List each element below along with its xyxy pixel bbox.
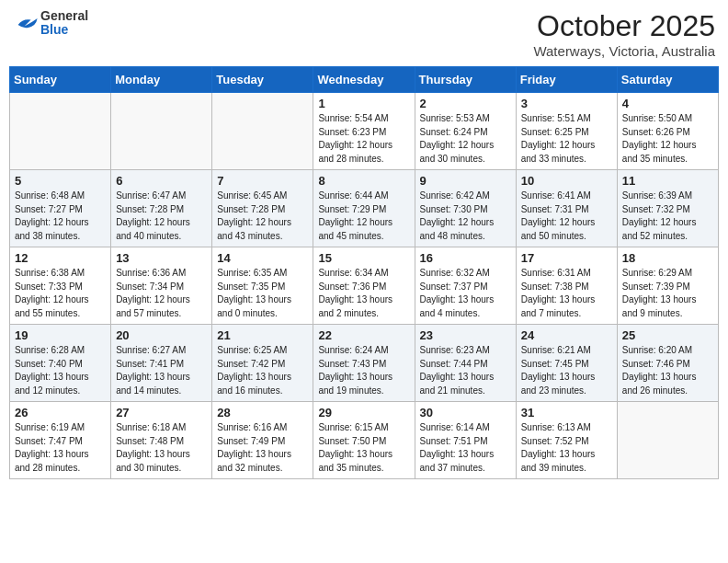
day-info: Sunrise: 6:34 AM Sunset: 7:36 PM Dayligh… bbox=[318, 267, 409, 320]
location: Waterways, Victoria, Australia bbox=[533, 43, 715, 59]
day-cell: 18Sunrise: 6:29 AM Sunset: 7:39 PM Dayli… bbox=[617, 247, 718, 325]
logo-text: General Blue bbox=[40, 9, 88, 38]
day-info: Sunrise: 5:53 AM Sunset: 6:24 PM Dayligh… bbox=[420, 112, 511, 166]
weekday-header-saturday: Saturday bbox=[617, 67, 718, 93]
day-info: Sunrise: 6:39 AM Sunset: 7:32 PM Dayligh… bbox=[622, 190, 713, 243]
day-cell: 7Sunrise: 6:45 AM Sunset: 7:28 PM Daylig… bbox=[212, 170, 313, 247]
day-cell: 13Sunrise: 6:36 AM Sunset: 7:34 PM Dayli… bbox=[111, 247, 212, 325]
day-number: 21 bbox=[217, 328, 308, 342]
day-info: Sunrise: 6:14 AM Sunset: 7:51 PM Dayligh… bbox=[420, 421, 511, 475]
day-info: Sunrise: 6:13 AM Sunset: 7:52 PM Dayligh… bbox=[521, 421, 612, 475]
day-cell bbox=[617, 402, 718, 479]
month-title: October 2025 bbox=[533, 9, 715, 43]
day-info: Sunrise: 6:41 AM Sunset: 7:31 PM Dayligh… bbox=[521, 190, 612, 243]
day-cell: 27Sunrise: 6:18 AM Sunset: 7:48 PM Dayli… bbox=[111, 402, 212, 479]
day-number: 11 bbox=[622, 174, 713, 188]
day-info: Sunrise: 6:15 AM Sunset: 7:50 PM Dayligh… bbox=[318, 421, 409, 475]
title-block: October 2025 Waterways, Victoria, Austra… bbox=[533, 9, 715, 59]
weekday-header-tuesday: Tuesday bbox=[212, 67, 313, 93]
day-info: Sunrise: 6:38 AM Sunset: 7:33 PM Dayligh… bbox=[15, 267, 106, 320]
day-info: Sunrise: 6:21 AM Sunset: 7:45 PM Dayligh… bbox=[521, 344, 612, 397]
day-number: 31 bbox=[521, 406, 612, 419]
day-cell bbox=[111, 93, 212, 170]
day-cell: 20Sunrise: 6:27 AM Sunset: 7:41 PM Dayli… bbox=[111, 325, 212, 402]
day-info: Sunrise: 6:28 AM Sunset: 7:40 PM Dayligh… bbox=[15, 344, 106, 397]
day-cell: 24Sunrise: 6:21 AM Sunset: 7:45 PM Dayli… bbox=[516, 325, 617, 402]
week-row-5: 26Sunrise: 6:19 AM Sunset: 7:47 PM Dayli… bbox=[10, 402, 719, 479]
day-info: Sunrise: 6:42 AM Sunset: 7:30 PM Dayligh… bbox=[420, 190, 511, 243]
day-number: 30 bbox=[420, 406, 511, 419]
logo-blue: Blue bbox=[40, 23, 88, 37]
logo-bird-icon bbox=[13, 13, 39, 33]
day-info: Sunrise: 6:31 AM Sunset: 7:38 PM Dayligh… bbox=[521, 267, 612, 320]
day-number: 1 bbox=[318, 97, 409, 110]
day-cell: 23Sunrise: 6:23 AM Sunset: 7:44 PM Dayli… bbox=[415, 325, 516, 402]
day-cell: 19Sunrise: 6:28 AM Sunset: 7:40 PM Dayli… bbox=[10, 325, 111, 402]
day-number: 7 bbox=[217, 174, 308, 188]
day-number: 2 bbox=[420, 97, 511, 110]
weekday-header-friday: Friday bbox=[516, 67, 617, 93]
day-info: Sunrise: 6:18 AM Sunset: 7:48 PM Dayligh… bbox=[116, 421, 207, 475]
day-cell: 12Sunrise: 6:38 AM Sunset: 7:33 PM Dayli… bbox=[10, 247, 111, 325]
week-row-3: 12Sunrise: 6:38 AM Sunset: 7:33 PM Dayli… bbox=[10, 247, 719, 325]
day-cell: 15Sunrise: 6:34 AM Sunset: 7:36 PM Dayli… bbox=[313, 247, 415, 325]
day-info: Sunrise: 6:32 AM Sunset: 7:37 PM Dayligh… bbox=[420, 267, 511, 320]
page-header: General Blue October 2025 Waterways, Vic… bbox=[9, 9, 719, 59]
logo: General Blue bbox=[13, 9, 88, 38]
weekday-header-monday: Monday bbox=[111, 67, 212, 93]
weekday-header-thursday: Thursday bbox=[415, 67, 516, 93]
day-number: 20 bbox=[116, 328, 207, 342]
day-number: 4 bbox=[622, 97, 713, 110]
day-info: Sunrise: 6:47 AM Sunset: 7:28 PM Dayligh… bbox=[116, 190, 207, 243]
day-info: Sunrise: 6:20 AM Sunset: 7:46 PM Dayligh… bbox=[622, 344, 713, 397]
day-cell: 28Sunrise: 6:16 AM Sunset: 7:49 PM Dayli… bbox=[212, 402, 313, 479]
day-info: Sunrise: 6:48 AM Sunset: 7:27 PM Dayligh… bbox=[15, 190, 106, 243]
day-number: 6 bbox=[116, 174, 207, 188]
day-number: 5 bbox=[15, 174, 106, 188]
day-cell bbox=[212, 93, 313, 170]
weekday-header-row: SundayMondayTuesdayWednesdayThursdayFrid… bbox=[10, 67, 719, 93]
day-cell: 8Sunrise: 6:44 AM Sunset: 7:29 PM Daylig… bbox=[313, 170, 415, 247]
day-number: 15 bbox=[318, 251, 409, 265]
day-info: Sunrise: 6:24 AM Sunset: 7:43 PM Dayligh… bbox=[318, 344, 409, 397]
day-number: 22 bbox=[318, 328, 409, 342]
day-number: 28 bbox=[217, 406, 308, 419]
day-info: Sunrise: 6:27 AM Sunset: 7:41 PM Dayligh… bbox=[116, 344, 207, 397]
day-info: Sunrise: 6:36 AM Sunset: 7:34 PM Dayligh… bbox=[116, 267, 207, 320]
day-number: 19 bbox=[15, 328, 106, 342]
weekday-header-wednesday: Wednesday bbox=[313, 67, 415, 93]
day-cell: 6Sunrise: 6:47 AM Sunset: 7:28 PM Daylig… bbox=[111, 170, 212, 247]
day-cell: 1Sunrise: 5:54 AM Sunset: 6:23 PM Daylig… bbox=[313, 93, 415, 170]
day-info: Sunrise: 6:25 AM Sunset: 7:42 PM Dayligh… bbox=[217, 344, 308, 397]
day-number: 29 bbox=[318, 406, 409, 419]
day-info: Sunrise: 6:29 AM Sunset: 7:39 PM Dayligh… bbox=[622, 267, 713, 320]
day-number: 9 bbox=[420, 174, 511, 188]
logo-general: General bbox=[40, 9, 88, 23]
day-number: 14 bbox=[217, 251, 308, 265]
day-info: Sunrise: 6:23 AM Sunset: 7:44 PM Dayligh… bbox=[420, 344, 511, 397]
day-number: 26 bbox=[15, 406, 106, 419]
day-info: Sunrise: 5:51 AM Sunset: 6:25 PM Dayligh… bbox=[521, 112, 612, 166]
day-info: Sunrise: 6:35 AM Sunset: 7:35 PM Dayligh… bbox=[217, 267, 308, 320]
day-info: Sunrise: 5:50 AM Sunset: 6:26 PM Dayligh… bbox=[622, 112, 713, 166]
weekday-header-sunday: Sunday bbox=[10, 67, 111, 93]
day-cell: 4Sunrise: 5:50 AM Sunset: 6:26 PM Daylig… bbox=[617, 93, 718, 170]
day-info: Sunrise: 6:44 AM Sunset: 7:29 PM Dayligh… bbox=[318, 190, 409, 243]
day-cell bbox=[10, 93, 111, 170]
day-cell: 26Sunrise: 6:19 AM Sunset: 7:47 PM Dayli… bbox=[10, 402, 111, 479]
day-number: 24 bbox=[521, 328, 612, 342]
day-cell: 22Sunrise: 6:24 AM Sunset: 7:43 PM Dayli… bbox=[313, 325, 415, 402]
day-cell: 11Sunrise: 6:39 AM Sunset: 7:32 PM Dayli… bbox=[617, 170, 718, 247]
day-cell: 5Sunrise: 6:48 AM Sunset: 7:27 PM Daylig… bbox=[10, 170, 111, 247]
day-info: Sunrise: 6:16 AM Sunset: 7:49 PM Dayligh… bbox=[217, 421, 308, 475]
day-number: 10 bbox=[521, 174, 612, 188]
day-number: 3 bbox=[521, 97, 612, 110]
day-cell: 3Sunrise: 5:51 AM Sunset: 6:25 PM Daylig… bbox=[516, 93, 617, 170]
day-cell: 30Sunrise: 6:14 AM Sunset: 7:51 PM Dayli… bbox=[415, 402, 516, 479]
day-cell: 14Sunrise: 6:35 AM Sunset: 7:35 PM Dayli… bbox=[212, 247, 313, 325]
day-cell: 31Sunrise: 6:13 AM Sunset: 7:52 PM Dayli… bbox=[516, 402, 617, 479]
day-number: 12 bbox=[15, 251, 106, 265]
day-cell: 21Sunrise: 6:25 AM Sunset: 7:42 PM Dayli… bbox=[212, 325, 313, 402]
week-row-4: 19Sunrise: 6:28 AM Sunset: 7:40 PM Dayli… bbox=[10, 325, 719, 402]
day-number: 8 bbox=[318, 174, 409, 188]
